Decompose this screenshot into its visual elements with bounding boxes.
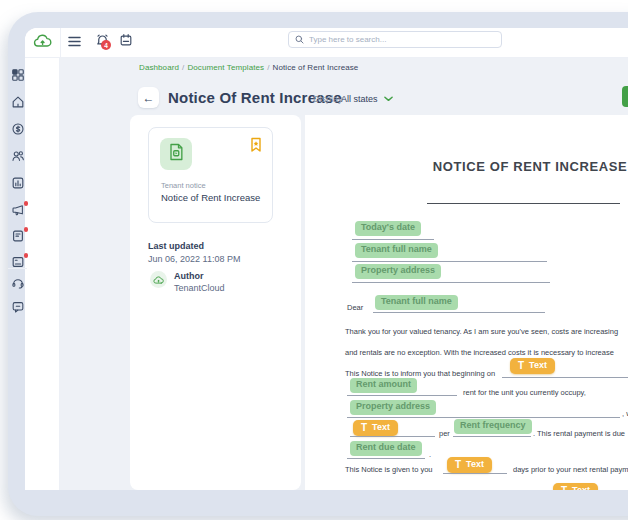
author-value: TenantCloud [174,283,225,293]
template-name: Notice of Rent Increase [161,192,271,203]
field-tag-tenant-full-name[interactable]: Tenant full name [355,243,438,258]
support-icon[interactable] [11,276,25,290]
back-arrow-icon: ← [143,91,155,105]
blank-line [347,458,425,459]
home-icon[interactable] [11,95,25,109]
documents-alert-dot [24,227,29,232]
text-tool-label: Text [372,423,390,432]
field-tag-tenant-full-name[interactable]: Tenant full name [375,295,458,310]
search-input[interactable] [309,35,495,44]
breadcrumb-separator: / [267,63,269,72]
text-tool-icon: T [361,423,367,433]
document-preview: NOTICE OF RENT INCREASE Today's date Ten… [305,115,628,490]
display-states-value: All states [341,94,378,104]
blank-line [502,377,628,378]
field-tag-property-address[interactable]: Property address [350,400,436,415]
contacts-icon[interactable] [11,149,25,163]
template-category: Tenant notice [161,181,206,190]
documents-icon[interactable] [11,229,25,243]
brand-logo[interactable] [25,28,61,58]
blank-line [347,395,457,396]
breadcrumb: Dashboard/Document Templates/Notice of R… [139,63,358,72]
doc-text-per: per [439,429,450,438]
blank-line [453,436,531,437]
dashboard-grid-icon[interactable] [11,68,25,82]
document-title: NOTICE OF RENT INCREASE [390,159,628,174]
calendar-icon[interactable] [119,33,133,47]
field-tag-rent-frequency[interactable]: Rent frequency [454,419,532,434]
blank-line [352,261,547,262]
title-underline [427,203,620,204]
author-label: Author [174,271,204,281]
primary-action-button[interactable] [622,86,628,107]
blank-line [347,417,620,418]
text-tool-tag[interactable]: TText [510,358,555,374]
text-tool-icon: T [561,486,567,491]
text-tool-tag[interactable]: TText [447,457,492,473]
field-tag-rent-due-date[interactable]: Rent due date [350,441,422,456]
template-thumbnail [160,138,192,170]
blank-line [352,239,434,240]
back-button[interactable]: ← [138,87,159,108]
last-updated-value: Jun 06, 2022 11:08 PM [148,254,240,264]
text-tool-label: Text [466,460,484,469]
doc-paragraph-line: and rentals are no exception. With the i… [345,348,614,357]
screen: { "app": { "brand": "TenantCloud", "acce… [0,0,628,520]
sidebar-divider [8,268,27,269]
breadcrumb-link-dashboard[interactable]: Dashboard [139,63,179,72]
doc-text-period: . [429,450,431,459]
notification-count-badge: 4 [101,40,111,50]
subscription-icon[interactable] [11,255,25,269]
subscription-alert-dot [24,253,29,258]
text-tool-label: Text [529,361,547,370]
doc-text-notice-given: This Notice is given to you [345,465,433,474]
text-tool-icon: T [455,460,461,470]
payments-icon[interactable] [11,122,25,136]
feedback-icon[interactable] [11,300,25,314]
doc-text-will: , will [622,409,628,418]
campaign-icon[interactable] [11,203,25,217]
field-tag-todays-date[interactable]: Today's date [355,221,421,236]
chevron-down-icon [384,96,393,102]
blank-line [352,282,550,283]
field-tag-rent-amount[interactable]: Rent amount [350,378,417,393]
blank-line [443,473,507,474]
display-label: Display [313,94,343,104]
cloud-avatar-icon [153,271,164,289]
doc-paragraph-line: Thank you for your valued tenancy. As I … [345,327,618,336]
text-tool-tag[interactable]: TText [553,483,598,490]
text-tool-label: Text [572,486,590,490]
display-states-dropdown[interactable]: All states [341,94,393,104]
search-icon [295,35,304,44]
blank-line [350,436,435,437]
doc-text-dear: Dear [347,303,363,312]
field-tag-property-address[interactable]: Property address [355,264,441,279]
document-template-icon [166,142,186,166]
sidebar [25,58,60,490]
doc-text-days-prior: days prior to your next rental payment [513,465,628,474]
doc-text-payment-due: . This rental payment is due [533,429,625,438]
search-box [288,31,502,48]
text-tool-icon: T [518,361,524,371]
menu-icon[interactable] [68,36,81,47]
breadcrumb-link-document-templates[interactable]: Document Templates [187,63,264,72]
bookmark-favorite-icon[interactable] [250,137,262,153]
doc-text-rent-for-unit: rent for the unit you currently occupy, [463,388,586,397]
last-updated-label: Last updated [148,241,204,251]
author-avatar [150,271,167,288]
campaign-alert-dot [24,201,29,206]
blank-line [373,312,545,313]
cloud-upload-logo-icon [33,34,52,53]
breadcrumb-separator: / [182,63,184,72]
text-tool-tag[interactable]: TText [353,420,398,436]
reports-icon[interactable] [11,176,25,190]
doc-text-beginning-on: This Notice is to inform you that beginn… [345,369,495,378]
breadcrumb-current: Notice of Rent Increase [273,63,359,72]
